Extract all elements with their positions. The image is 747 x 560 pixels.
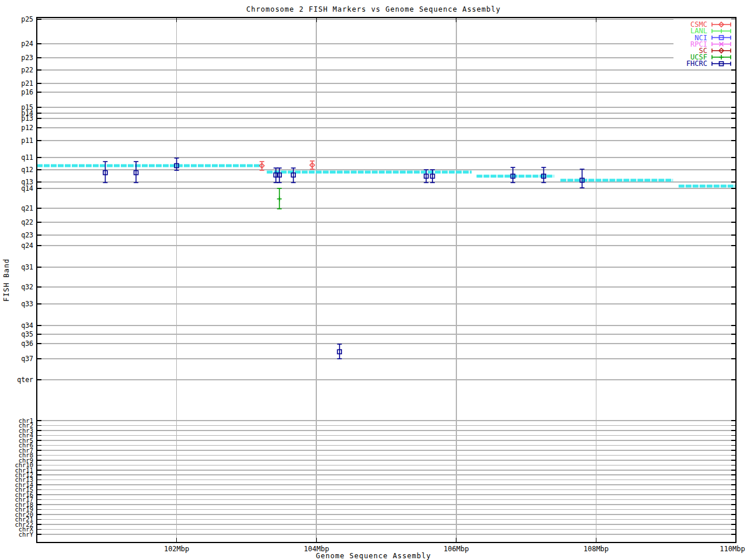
y-tick-label: qter: [17, 376, 33, 384]
y-tick-label: q22: [21, 218, 33, 226]
data-point: [580, 169, 584, 188]
y-tick-label: q23: [21, 231, 33, 239]
y-tick-label: p16: [21, 88, 33, 96]
data-point: [277, 188, 282, 209]
series-CSMC: [260, 161, 315, 170]
y-tick-label: q35: [21, 330, 33, 338]
y-tick-label: q31: [21, 263, 33, 271]
y-tick-label: q32: [21, 283, 33, 291]
plot-border: [37, 18, 736, 542]
y-tick-label: p25: [21, 15, 33, 23]
data-point: [174, 158, 179, 170]
y-tick-label: p21: [21, 79, 33, 88]
y-tick-label: p23: [21, 54, 33, 62]
y-tick-label: q33: [21, 300, 33, 308]
y-tick-label: chrY: [19, 531, 34, 538]
gridlines: [37, 18, 736, 542]
tick-labels: p25p24p23p22p21p16p15p14p13p12p11q11q12q…: [15, 15, 745, 553]
y-tick-label: p11: [21, 136, 33, 145]
chart-page: { "chart_data": { "type": "scatter", "ti…: [0, 0, 747, 560]
chart-canvas: p25p24p23p22p21p16p15p14p13p12p11q11q12q…: [0, 0, 747, 560]
y-tick-label: p22: [21, 66, 33, 74]
assembly-coverage-bands: [37, 166, 736, 186]
y-tick-label: p24: [21, 40, 33, 48]
y-tick-label: q12: [21, 166, 33, 174]
legend-label: FHCRC: [686, 60, 707, 68]
y-tick-label: q37: [21, 355, 33, 363]
axes: [37, 18, 736, 542]
y-tick-label: q11: [21, 153, 33, 162]
y-tick-label: q24: [21, 242, 33, 250]
data-point: [310, 161, 315, 169]
data-point: [337, 344, 342, 359]
y-tick-label: q34: [21, 321, 33, 330]
y-tick-label: p13: [21, 114, 33, 123]
x-axis-title: Genome Sequence Assembly: [0, 552, 747, 560]
y-tick-label: q21: [21, 204, 33, 212]
data-point: [260, 162, 264, 170]
legend: CSMCLANLNCIRPCISCUCSFFHCRC: [673, 19, 735, 68]
series-UCSF: [277, 188, 282, 209]
y-tick-label: q36: [21, 340, 33, 348]
y-tick-label: q14: [21, 184, 33, 192]
y-tick-label: p12: [21, 124, 33, 132]
